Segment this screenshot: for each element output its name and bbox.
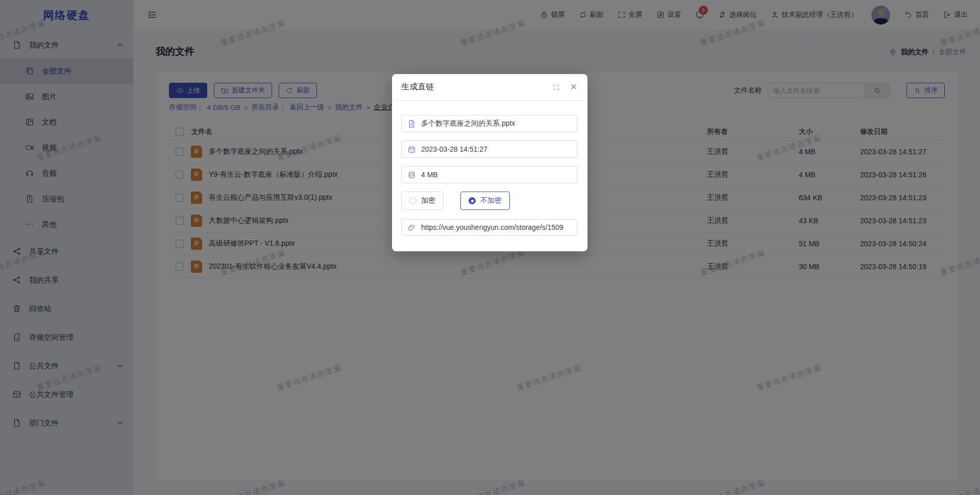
link-file-size: 4 MB <box>421 171 438 179</box>
radio-checked-icon <box>469 197 476 204</box>
radio-unchecked-icon <box>409 197 416 204</box>
maximize-icon[interactable] <box>553 84 560 91</box>
link-file-size-field: 4 MB <box>401 166 577 183</box>
encryption-options: 加密 不加密 <box>401 192 577 210</box>
encrypt-radio[interactable]: 加密 <box>401 192 444 210</box>
direct-link-field[interactable]: https://vue.youshengyun.com/storage/s/15… <box>401 219 577 235</box>
dialog-tools: ✕ <box>553 83 577 91</box>
app: 网络硬盘 我的文件 全部文件 图片 文档 视频 <box>0 0 980 495</box>
link-file-name-field: 多个数字底座之间的关系.pptx <box>401 115 577 132</box>
direct-link-url: https://vue.youshengyun.com/storage/s/15… <box>421 223 564 231</box>
paperclip-icon <box>407 223 416 232</box>
generate-link-dialog: 生成直链 ✕ 多个数字底座之间的关系.pptx 2023-03-28 14:51… <box>392 74 587 251</box>
dialog-header: 生成直链 ✕ <box>392 74 587 101</box>
document-icon <box>407 120 416 128</box>
close-icon[interactable]: ✕ <box>570 83 577 91</box>
no-encrypt-radio[interactable]: 不加密 <box>460 192 510 210</box>
calendar-icon <box>407 145 416 154</box>
link-modified-time-field: 2023-03-28 14:51:27 <box>401 140 577 158</box>
link-file-name: 多个数字底座之间的关系.pptx <box>421 119 515 128</box>
database-icon <box>407 171 416 179</box>
dialog-title: 生成直链 <box>401 82 434 92</box>
dialog-body: 多个数字底座之间的关系.pptx 2023-03-28 14:51:27 4 M… <box>392 101 587 235</box>
link-modified-time: 2023-03-28 14:51:27 <box>421 145 487 153</box>
